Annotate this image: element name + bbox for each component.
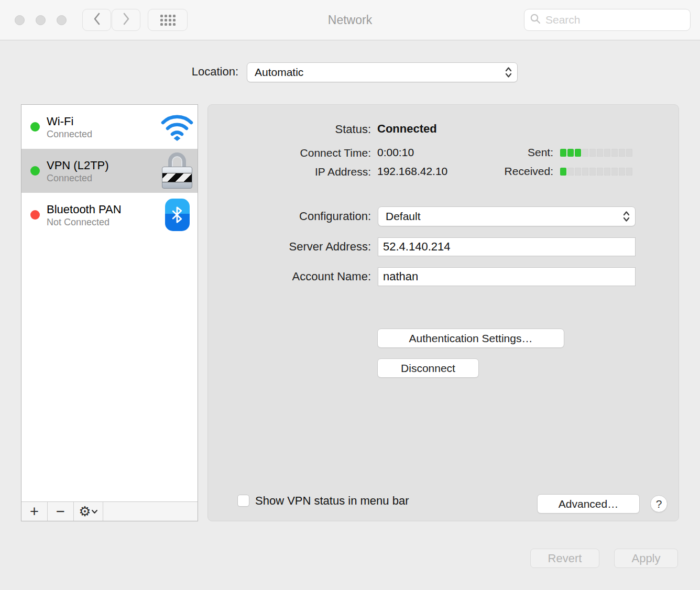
services-list: Wi-Fi Connected VPN (L2TP) Connected (21, 104, 198, 521)
server-address-label: Server Address: (208, 240, 371, 254)
service-row-vpn[interactable]: VPN (L2TP) Connected (21, 149, 198, 193)
disconnect-button[interactable]: Disconnect (377, 358, 479, 378)
chevron-down-icon (91, 509, 98, 514)
help-button[interactable]: ? (650, 495, 668, 512)
wifi-icon (157, 113, 198, 141)
minimize-window-button[interactable] (36, 15, 46, 25)
service-options-button[interactable]: ⚙ (74, 502, 103, 521)
search-icon (530, 13, 541, 27)
connect-time-value: 0:00:10 (377, 146, 414, 159)
show-vpn-status-checkbox[interactable] (237, 495, 249, 507)
gear-icon: ⚙ (79, 505, 91, 518)
window-toolbar: Network (0, 0, 700, 40)
status-dot-green (30, 166, 40, 176)
status-value: Connected (377, 122, 437, 136)
apply-button[interactable]: Apply (614, 549, 678, 568)
window-title: Network (328, 13, 372, 27)
chevron-up-down-icon (499, 66, 517, 79)
show-all-button[interactable] (148, 9, 188, 31)
service-name: Bluetooth PAN (47, 202, 157, 216)
sent-indicator: Sent: (460, 147, 635, 158)
service-status: Connected (47, 128, 157, 140)
chevron-left-icon (93, 12, 101, 28)
remove-service-button[interactable]: − (48, 502, 74, 521)
configuration-popup[interactable]: Default (378, 206, 636, 226)
close-window-button[interactable] (15, 15, 25, 25)
service-status: Connected (47, 172, 157, 184)
service-actions-bar: + − ⚙ (21, 501, 198, 521)
plus-icon: + (30, 503, 39, 520)
minus-icon: − (56, 503, 65, 520)
server-address-input[interactable] (378, 237, 636, 256)
account-name-input[interactable] (378, 267, 636, 286)
sent-label: Sent: (460, 146, 553, 159)
location-value: Automatic (247, 66, 499, 79)
service-row-bluetooth-pan[interactable]: Bluetooth PAN Not Connected (21, 193, 198, 237)
forward-button[interactable] (112, 9, 140, 31)
show-vpn-status-label: Show VPN status in menu bar (255, 494, 409, 508)
service-row-wifi[interactable]: Wi-Fi Connected (21, 105, 198, 149)
status-dot-red (30, 210, 40, 220)
search-input[interactable] (545, 14, 687, 26)
ip-address-value: 192.168.42.10 (377, 165, 447, 178)
actions-bar-spacer (103, 502, 198, 521)
vpn-detail-panel: Status: Connected Connect Time: 0:00:10 … (207, 104, 679, 521)
service-name: Wi-Fi (47, 114, 157, 128)
bluetooth-icon (157, 199, 198, 231)
received-bars (560, 168, 633, 176)
configuration-value: Default (378, 210, 617, 223)
authentication-settings-button[interactable]: Authentication Settings… (377, 329, 564, 348)
service-name: VPN (L2TP) (47, 158, 157, 172)
location-popup[interactable]: Automatic (247, 62, 518, 82)
received-label: Received: (460, 165, 553, 178)
location-label: Location: (131, 65, 238, 79)
service-status: Not Connected (47, 216, 157, 228)
chevron-up-down-icon (617, 210, 635, 223)
ip-address-label: IP Address: (208, 166, 371, 178)
account-name-label: Account Name: (208, 270, 371, 283)
zoom-window-button[interactable] (57, 15, 67, 25)
add-service-button[interactable]: + (21, 502, 48, 521)
status-label: Status: (208, 123, 371, 136)
advanced-button[interactable]: Advanced… (537, 494, 640, 513)
configuration-label: Configuration: (208, 210, 371, 223)
search-field[interactable] (524, 9, 691, 31)
connect-time-label: Connect Time: (208, 147, 371, 159)
chevron-right-icon (122, 12, 130, 28)
vpn-lock-icon (157, 152, 198, 189)
revert-button[interactable]: Revert (530, 549, 599, 568)
received-indicator: Received: (460, 166, 635, 177)
status-dot-green (30, 122, 40, 132)
show-all-grid-icon (160, 15, 176, 26)
back-button[interactable] (82, 9, 111, 31)
sent-bars (560, 149, 633, 157)
